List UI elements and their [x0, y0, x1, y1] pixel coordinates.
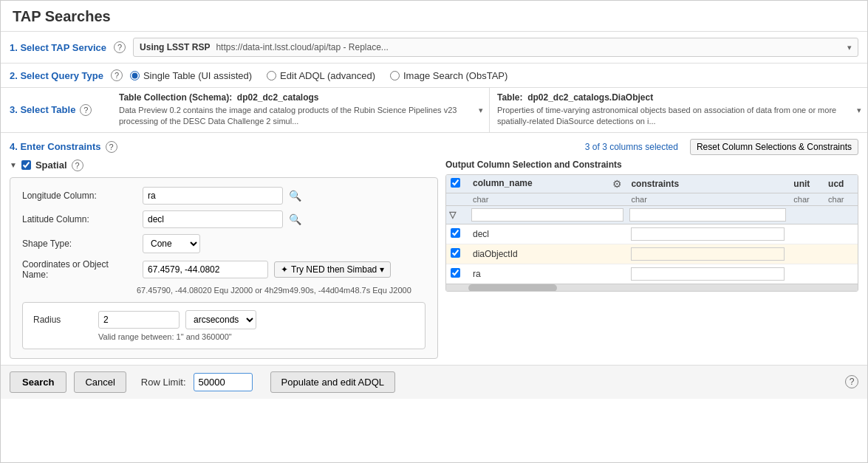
step4-label: 4. Enter Constraints — [10, 141, 101, 152]
radio-image[interactable]: Image Search (ObsTAP) — [390, 70, 508, 81]
reset-column-btn[interactable]: Reset Column Selections & Constraints — [690, 139, 858, 155]
spatial-help-icon[interactable]: ? — [72, 160, 83, 171]
filter-name-input[interactable] — [471, 208, 623, 222]
gear-icon[interactable]: ⚙ — [612, 178, 622, 190]
row-checkbox-0[interactable] — [451, 228, 460, 238]
step3-label: 3. Select Table — [10, 104, 75, 115]
step1-label: 1. Select TAP Service — [10, 42, 106, 53]
filter-ucd-cell[interactable] — [824, 205, 858, 224]
filter-constraints-input[interactable] — [629, 208, 786, 222]
filter-icon-cell: ▽ — [446, 205, 468, 224]
step1-help-icon[interactable]: ? — [114, 41, 126, 53]
collection-chevron: ▾ — [479, 105, 483, 114]
row-constraints-input-0[interactable] — [631, 227, 785, 241]
row-check-cell[interactable] — [446, 244, 468, 264]
filter-unit-cell[interactable] — [789, 205, 824, 224]
spatial-panel: ▼ Spatial ? Longitude Column: 🔍 Latitude… — [10, 160, 438, 359]
tap-service-dropdown[interactable]: Using LSST RSP https://data-int.lsst.clo… — [133, 38, 858, 57]
row-ucd-cell-1 — [824, 244, 858, 264]
col-header-name: column_name ⚙ — [468, 175, 626, 193]
table-row: ra — [446, 264, 858, 284]
coord-resolved: 67.45790, -44.08020 Equ J2000 or 4h29m49… — [137, 286, 426, 295]
scrollbar-track[interactable] — [446, 284, 858, 291]
row-limit-input[interactable] — [194, 373, 253, 391]
col-table-wrapper[interactable]: column_name ⚙ constraints unit ucd char — [445, 174, 858, 292]
row-constraints-input-1[interactable] — [631, 247, 785, 261]
app-container: TAP Searches 1. Select TAP Service ? Usi… — [0, 0, 868, 463]
radius-input[interactable] — [98, 311, 180, 329]
step4-help-icon[interactable]: ? — [106, 141, 117, 153]
row-ucd-cell-0 — [824, 224, 858, 244]
latitude-search-btn[interactable]: 🔍 — [289, 213, 301, 225]
row-check-cell[interactable] — [446, 264, 468, 284]
ned-icon: ✦ — [281, 264, 288, 275]
row-unit-cell-2 — [789, 264, 824, 284]
collection-name: dp02_dc2_catalogs — [237, 92, 319, 103]
scrollbar-thumb[interactable] — [468, 284, 557, 292]
tap-service-url: https://data-int.lsst.cloud/api/tap - Re… — [216, 42, 388, 52]
col-header-constraints: constraints — [626, 175, 789, 193]
step3-help-icon[interactable]: ? — [80, 104, 92, 116]
populate-adql-button[interactable]: Populate and edit ADQL — [270, 371, 396, 393]
row-checkbox-1[interactable] — [451, 248, 460, 258]
radio-image-input[interactable] — [390, 71, 400, 80]
latitude-label: Latitude Column: — [22, 214, 137, 224]
spatial-checkbox[interactable] — [21, 160, 31, 170]
spatial-toggle[interactable]: ▼ — [10, 161, 17, 169]
table-detail-box[interactable]: Table: dp02_dc2_catalogs.DiaObject Prope… — [490, 88, 867, 132]
radio-single-table-input[interactable] — [130, 71, 140, 80]
col-table-body: decl diaObjectId — [446, 224, 858, 284]
coord-label: Coordinates or Object Name: — [22, 259, 137, 280]
radio-adql[interactable]: Edit ADQL (advanced) — [267, 70, 375, 81]
search-button[interactable]: Search — [10, 371, 66, 393]
constraints-header-left: 4. Enter Constraints ? — [10, 141, 117, 153]
col-header-check[interactable] — [446, 175, 468, 193]
row-constraints-cell-2[interactable] — [626, 264, 789, 284]
cancel-button[interactable]: Cancel — [74, 371, 126, 393]
table-collection-box[interactable]: Table Collection (Schema): dp02_dc2_cata… — [112, 88, 490, 132]
col-subheader-constraints: char — [626, 193, 789, 205]
row-constraints-cell-0[interactable] — [626, 224, 789, 244]
col-header-row: column_name ⚙ constraints unit ucd — [446, 175, 858, 193]
filter-name-cell[interactable] — [468, 205, 626, 224]
collection-desc: Data Preview 0.2 contains the image and … — [119, 105, 482, 128]
bottom-bar: Search Cancel Row Limit: Populate and ed… — [1, 365, 867, 399]
longitude-input[interactable] — [143, 187, 283, 205]
longitude-search-btn[interactable]: 🔍 — [289, 190, 301, 202]
unit-select[interactable]: arcseconds arcminutes degrees — [185, 310, 256, 329]
row-checkbox-2[interactable] — [451, 268, 460, 278]
radio-adql-label: Edit ADQL (advanced) — [280, 70, 375, 81]
col-subheader-check — [446, 193, 468, 205]
filter-constraints-cell[interactable] — [626, 205, 789, 224]
shape-row: Shape Type: Cone Polygon Range — [22, 234, 426, 253]
radio-single-table[interactable]: Single Table (UI assisted) — [130, 70, 252, 81]
row-constraints-input-2[interactable] — [631, 267, 785, 281]
col-select-all[interactable] — [451, 178, 460, 188]
step2-help-icon[interactable]: ? — [111, 69, 123, 81]
row-check-cell[interactable] — [446, 224, 468, 244]
table-title-prefix: Table: — [497, 92, 522, 103]
bottom-help-icon[interactable]: ? — [845, 375, 858, 388]
tap-service-row: Using LSST RSP https://data-int.lsst.clo… — [140, 42, 847, 52]
service-dropdown-chevron: ▾ — [847, 43, 852, 52]
section-query-type: 2. Select Query Type ? Single Table (UI … — [1, 64, 867, 88]
section-tap-service: 1. Select TAP Service ? Using LSST RSP h… — [1, 32, 867, 64]
row-unit-cell-1 — [789, 244, 824, 264]
radio-image-label: Image Search (ObsTAP) — [403, 70, 508, 81]
radio-single-table-label: Single Table (UI assisted) — [143, 70, 252, 81]
output-section-title: Output Column Selection and Constraints — [445, 160, 858, 170]
coord-input[interactable] — [143, 261, 268, 278]
ned-simbad-btn[interactable]: ✦ Try NED then Simbad ▾ — [274, 261, 391, 278]
collection-title-prefix: Table Collection (Schema): — [119, 92, 232, 103]
radius-section: Radius arcseconds arcminutes degrees Val… — [22, 302, 426, 349]
latitude-input[interactable] — [143, 210, 283, 228]
col-subheader-ucd: char — [824, 193, 858, 205]
radio-adql-input[interactable] — [267, 71, 276, 80]
query-type-options: Single Table (UI assisted) Edit ADQL (ad… — [130, 70, 508, 81]
row-constraints-cell-1[interactable] — [626, 244, 789, 264]
row-name-cell-1: diaObjectId — [468, 244, 626, 264]
row-unit-cell-0 — [789, 224, 824, 244]
shape-select[interactable]: Cone Polygon Range — [143, 234, 200, 253]
step2-label: 2. Select Query Type — [10, 70, 103, 81]
spatial-form: Longitude Column: 🔍 Latitude Column: 🔍 S… — [10, 177, 438, 359]
